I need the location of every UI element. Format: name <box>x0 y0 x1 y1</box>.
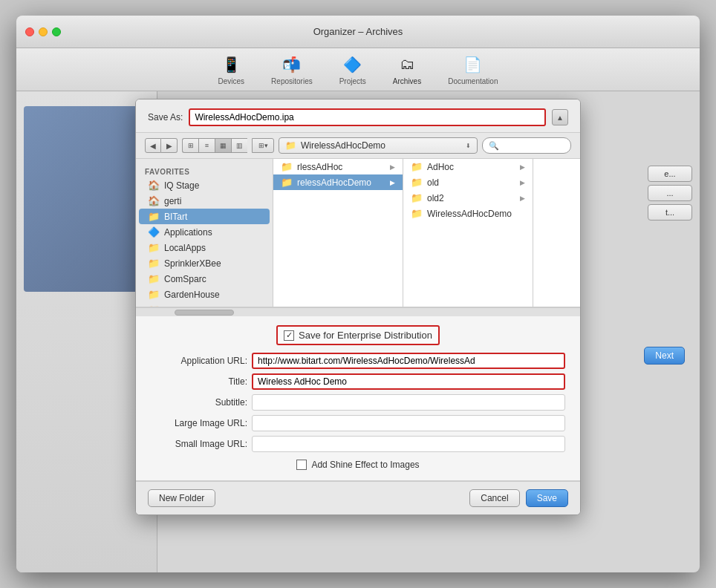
sidebar-item-applications[interactable]: 🔷 Applications <box>139 224 270 240</box>
column-item-adhoc[interactable]: 📁 rlessAdHoc ▶ <box>273 159 403 174</box>
documentation-icon: 📄 <box>463 54 484 75</box>
close-button[interactable] <box>25 27 34 36</box>
next-button[interactable]: Next <box>644 347 685 365</box>
gerti-icon: 🏠 <box>148 195 160 206</box>
toolbar-repositories[interactable]: 📬 Repositories <box>265 51 319 88</box>
app-url-label: Application URL: <box>151 356 247 366</box>
app-url-input[interactable] <box>252 353 565 369</box>
next-button-area: Next <box>644 347 685 365</box>
view-buttons: ⊞ ≡ ▦ ▥ <box>182 138 247 153</box>
title-input[interactable] <box>252 373 565 390</box>
toolbar-devices[interactable]: 📱 Devices <box>212 51 251 88</box>
folder-name: WirelessAdHocDemo <box>301 140 461 151</box>
column-1: 📁 rlessAdHoc ▶ 📁 relessAdHocDemo ▶ <box>273 159 403 307</box>
adhoc-arrow-icon: ▶ <box>390 163 395 171</box>
subtitle-input[interactable] <box>252 394 565 411</box>
wireless-folder-icon: 📁 <box>411 208 423 219</box>
adhoc2-folder-icon: 📁 <box>411 161 423 172</box>
forward-button[interactable]: ▶ <box>161 138 178 153</box>
search-box[interactable]: 🔍 <box>482 137 571 154</box>
view-icon-button[interactable]: ⊞ <box>182 138 198 153</box>
folder-selector[interactable]: 📁 WirelessAdHocDemo ⬇ <box>279 137 478 154</box>
nav-bar: ◀ ▶ ⊞ ≡ ▦ ▥ ⊞▾ 📁 WirelessAdHocDemo ⬇ <box>136 133 580 159</box>
sprinklerxbee-icon: 📁 <box>148 258 160 269</box>
sidebar-item-gardenhouse[interactable]: 📁 GardenHouse <box>139 287 270 302</box>
new-folder-button[interactable]: New Folder <box>148 489 215 507</box>
dialog-overlay: Save As: ▲ ◀ ▶ ⊞ ≡ ▦ ▥ ⊞▾ <box>16 91 700 572</box>
bottom-bar: New Folder Cancel Save <box>136 481 580 514</box>
maximize-button[interactable] <box>52 27 61 36</box>
column-item-adhoc-demo[interactable]: 📁 relessAdHocDemo ▶ <box>273 174 403 190</box>
scrollbar-thumb[interactable] <box>175 310 234 316</box>
horizontal-scrollbar[interactable] <box>136 307 580 316</box>
folder-icon: 📁 <box>285 140 296 151</box>
save-as-input[interactable] <box>189 108 546 126</box>
sidebar-item-d2f[interactable]: 📁 D2F <box>139 302 270 307</box>
comsparc-icon: 📁 <box>148 273 160 284</box>
back-button[interactable]: ◀ <box>145 138 161 153</box>
subtitle-label: Subtitle: <box>151 397 247 408</box>
window-controls <box>25 27 61 36</box>
title-label: Title: <box>151 376 247 387</box>
shine-checkbox[interactable] <box>296 460 307 470</box>
large-image-row: Large Image URL: <box>151 415 565 431</box>
sidebar-item-sprinklerxbee[interactable]: 📁 SprinklerXBee <box>139 255 270 271</box>
sidebar-item-localapps[interactable]: 📁 LocalApps <box>139 240 270 255</box>
sidebar-item-iq-stage[interactable]: 🏠 IQ Stage <box>139 177 270 193</box>
toolbar-projects[interactable]: 🔷 Projects <box>333 51 372 88</box>
sidebar-item-comsparc[interactable]: 📁 ComSparc <box>139 271 270 287</box>
localapps-icon: 📁 <box>148 242 160 253</box>
bitart-icon: 📁 <box>148 211 160 222</box>
small-image-row: Small Image URL: <box>151 436 565 452</box>
small-image-input[interactable] <box>252 436 565 452</box>
folder-dropdown-arrow: ⬇ <box>466 143 471 149</box>
sidebar-item-gerti[interactable]: 🏠 gerti <box>139 193 270 209</box>
adhoc2-arrow-icon: ▶ <box>520 163 525 171</box>
old-arrow-icon: ▶ <box>520 179 525 186</box>
d2f-icon: 📁 <box>148 304 160 307</box>
enterprise-checkbox-container: ✓ Save for Enterprise Distribution <box>276 325 440 345</box>
cancel-button[interactable]: Cancel <box>469 489 519 507</box>
save-as-label: Save As: <box>148 112 183 122</box>
column-item-old[interactable]: 📁 old ▶ <box>403 174 533 190</box>
view-column-button[interactable]: ▦ <box>215 138 231 153</box>
main-window: Organizer – Archives 📱 Devices 📬 Reposit… <box>16 16 700 572</box>
search-icon: 🔍 <box>489 141 499 151</box>
minimize-button[interactable] <box>39 27 48 36</box>
old2-folder-icon: 📁 <box>411 192 423 203</box>
save-dialog: Save As: ▲ ◀ ▶ ⊞ ≡ ▦ ▥ ⊞▾ <box>135 99 581 515</box>
applications-icon: 🔷 <box>148 226 160 238</box>
sidebar-section-favorites: FAVORITES <box>136 165 273 177</box>
shine-label: Add Shine Effect to Images <box>311 460 419 470</box>
back-forward-group: ◀ ▶ <box>145 138 178 153</box>
gardenhouse-icon: 📁 <box>148 289 160 300</box>
adhoc-folder-icon: 📁 <box>281 161 293 172</box>
save-button[interactable]: Save <box>526 489 568 507</box>
iq-stage-icon: 🏠 <box>148 180 160 191</box>
column-2: 📁 AdHoc ▶ 📁 old ▶ 📁 old2 ▶ <box>403 159 533 307</box>
large-image-input[interactable] <box>252 415 565 431</box>
view-more-button[interactable]: ⊞▾ <box>252 138 274 153</box>
small-image-label: Small Image URL: <box>151 439 247 449</box>
sidebar: FAVORITES 🏠 IQ Stage 🏠 gerti 📁 BITart <box>136 159 273 307</box>
archives-icon: 🗂 <box>397 54 417 75</box>
toolbar-documentation[interactable]: 📄 Documentation <box>442 51 504 88</box>
column-item-old2[interactable]: 📁 old2 ▶ <box>403 190 533 206</box>
app-url-row: Application URL: <box>151 353 565 369</box>
save-as-arrow-button[interactable]: ▲ <box>552 109 568 125</box>
view-list-button[interactable]: ≡ <box>198 138 215 153</box>
enterprise-checkbox[interactable]: ✓ <box>284 330 294 341</box>
adhoc-demo-folder-icon: 📁 <box>281 177 293 188</box>
adhoc-demo-arrow-icon: ▶ <box>390 179 395 186</box>
toolbar-archives[interactable]: 🗂 Archives <box>387 51 427 88</box>
enterprise-checkbox-row: ✓ Save for Enterprise Distribution <box>151 325 565 345</box>
sidebar-item-bitart[interactable]: 📁 BITart <box>139 209 270 224</box>
toolbar: 📱 Devices 📬 Repositories 🔷 Projects 🗂 Ar… <box>16 48 700 91</box>
content-area: e... ... t... Save As: ▲ ◀ ▶ <box>16 91 700 572</box>
projects-icon: 🔷 <box>342 54 363 75</box>
view-cover-button[interactable]: ▥ <box>231 138 247 153</box>
column-item-wireless[interactable]: 📁 WirelessAdHocDemo <box>403 206 533 221</box>
title-row: Title: <box>151 373 565 390</box>
column-item-adhoc2[interactable]: 📁 AdHoc ▶ <box>403 159 533 174</box>
large-image-label: Large Image URL: <box>151 418 247 428</box>
